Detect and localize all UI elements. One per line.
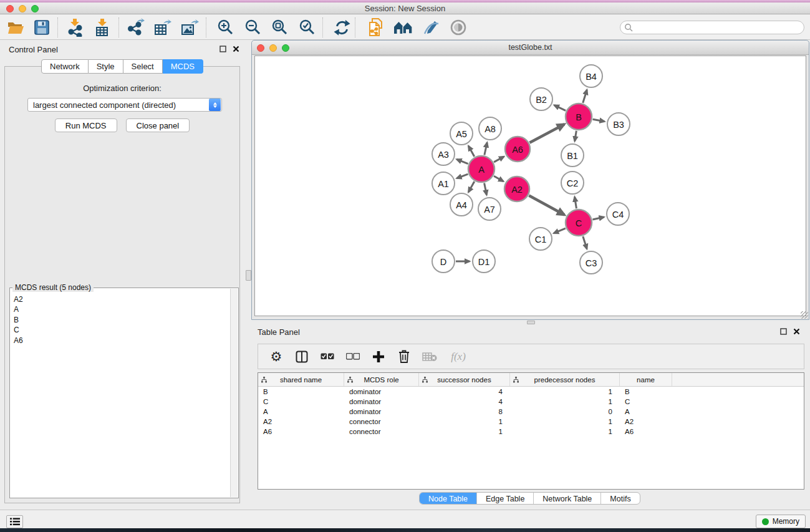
mcds-result-item[interactable]: A2 [14,294,229,304]
table-row[interactable]: A2connector11A2 [258,417,804,427]
graph-node-label: A7 [484,205,495,215]
float-panel-icon[interactable] [780,328,787,335]
vertical-split-handle[interactable] [246,270,251,281]
delete-table-icon [422,352,437,362]
delete-table-button[interactable] [422,349,437,365]
checked-checkboxes-icon [321,353,334,360]
search-input[interactable] [634,22,804,33]
add-column-button[interactable] [371,349,386,365]
tab-select[interactable]: Select [123,59,163,74]
graph-node-label: B2 [536,95,547,105]
import-table-button[interactable] [89,16,115,39]
table-cell[interactable]: 1 [419,417,510,427]
open-folder-icon [7,21,24,35]
hide-graphics-details-button[interactable] [418,16,444,39]
task-history-button[interactable] [6,515,23,528]
toolbar-separator [355,17,355,37]
table-cell[interactable]: A [620,407,672,417]
zoom-out-button[interactable] [239,16,266,39]
mcds-result-scrollbar[interactable] [230,289,238,497]
table-row[interactable]: Adominator80A [258,407,804,417]
table-panel: Table Panel ⚙ [244,324,810,510]
zoom-selected-button[interactable] [294,16,320,39]
table-cell[interactable]: 4 [419,387,510,397]
table-cell[interactable]: connector [344,427,419,437]
table-cell[interactable]: dominator [344,397,419,407]
network-canvas[interactable]: AA1A2A3A4A5A6A7A8BB1B2B3B4CC1C2C3C4DD1 [254,56,806,316]
ndex-home-button[interactable] [390,16,417,39]
mcds-result-item[interactable]: A6 [14,336,229,346]
mcds-result-item[interactable]: A [14,304,229,314]
table-cell[interactable]: dominator [344,387,419,397]
table-cell[interactable]: A6 [258,427,344,437]
close-panel-icon[interactable] [793,328,800,335]
export-table-button[interactable] [150,16,176,39]
table-cell[interactable]: B [620,387,672,397]
refresh-button[interactable] [329,16,354,39]
table-cell[interactable]: A [258,407,344,417]
tab-motifs[interactable]: Motifs [600,493,639,504]
table-cell[interactable]: 1 [510,417,620,427]
select-all-button[interactable] [320,349,335,365]
save-session-button[interactable] [30,16,54,39]
deselect-all-button[interactable] [345,349,360,365]
tab-edge-table[interactable]: Edge Table [476,493,533,504]
graph-node-label: B3 [613,120,624,130]
mcds-result-item[interactable]: C [14,325,229,335]
column-panel-button[interactable] [294,349,309,365]
table-cell[interactable]: 0 [510,407,620,417]
close-panel-icon[interactable] [233,46,239,52]
table-cell[interactable]: C [258,397,344,407]
table-cell[interactable]: dominator [344,407,419,417]
table-cell[interactable]: 1 [510,427,620,437]
column-header[interactable]: name [620,373,672,386]
import-network-button[interactable] [62,16,89,39]
export-network-button[interactable] [123,16,150,39]
column-header[interactable]: successor nodes [419,373,510,386]
column-header[interactable]: predecessor nodes [510,373,620,386]
zoom-in-button[interactable] [212,16,238,39]
delete-column-button[interactable] [397,349,412,365]
tab-network[interactable]: Network [41,59,89,74]
open-session-button[interactable] [4,16,27,39]
table-cell[interactable]: 8 [419,407,510,417]
mcds-result-item[interactable]: B [14,315,229,325]
column-header[interactable]: shared name [258,373,344,386]
table-cell[interactable]: B [258,387,344,397]
criterion-select[interactable]: largest connected component (directed) [27,98,222,112]
function-builder-button[interactable]: f(x) [448,349,469,365]
show-graphics-details-button[interactable] [445,16,471,39]
tab-style[interactable]: Style [89,59,123,74]
table-cell[interactable]: A2 [620,417,672,427]
table-cell[interactable]: 1 [419,427,510,437]
column-header[interactable]: MCDS role [344,373,419,386]
network-window-titlebar[interactable]: testGlobe.txt [252,41,809,55]
table-cell[interactable]: 1 [510,397,620,407]
mcds-result-list[interactable]: A2ABCA6 [11,289,229,496]
table-cell[interactable]: C [620,397,672,407]
table-cell[interactable]: connector [344,417,419,427]
memory-label: Memory [773,517,799,526]
graph-node-label: A2 [511,185,523,195]
tab-node-table[interactable]: Node Table [420,493,476,504]
memory-button[interactable]: Memory [756,515,806,528]
table-settings-button[interactable]: ⚙ [269,349,284,365]
table-cell[interactable]: 1 [510,387,620,397]
table-row[interactable]: A6connector11A6 [258,427,804,437]
tab-network-table[interactable]: Network Table [533,493,600,504]
table-cell[interactable]: 4 [419,397,510,407]
run-mcds-button[interactable]: Run MCDS [55,118,117,132]
select-stepper-icon [209,99,221,111]
table-cell[interactable]: A6 [620,427,672,437]
table-row[interactable]: Bdominator41B [258,387,804,397]
table-row[interactable]: Cdominator41C [258,397,804,407]
tab-mcds[interactable]: MCDS [163,59,203,74]
network-graph: AA1A2A3A4A5A6A7A8BB1B2B3B4CC1C2C3C4DD1 [255,56,807,317]
table-cell[interactable]: A2 [258,417,344,427]
window-resize-grip[interactable] [801,311,808,319]
close-panel-button[interactable]: Close panel [126,118,190,132]
new-network-from-selection-button[interactable] [363,16,389,39]
export-image-button[interactable] [177,16,202,39]
zoom-fit-button[interactable] [266,16,292,39]
float-panel-icon[interactable] [219,46,226,52]
